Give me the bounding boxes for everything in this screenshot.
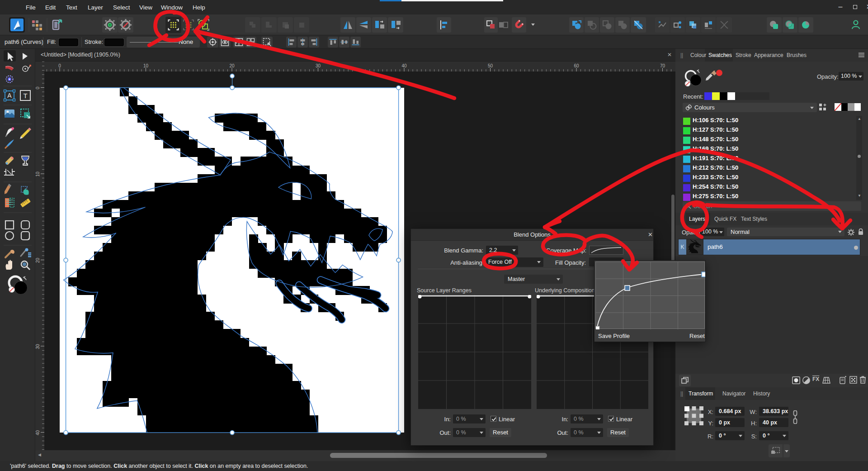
- svg-text:40: 40: [35, 430, 40, 436]
- svg-text:A: A: [7, 92, 12, 99]
- svg-text:10: 10: [35, 171, 40, 177]
- svg-text:T: T: [23, 92, 27, 100]
- svg-text:20: 20: [229, 63, 235, 68]
- svg-text:50: 50: [488, 63, 493, 68]
- svg-text:10: 10: [143, 63, 149, 68]
- svg-text:40: 40: [401, 63, 407, 68]
- svg-text:60: 60: [574, 63, 579, 68]
- svg-text:30: 30: [35, 344, 40, 349]
- svg-text:0: 0: [35, 86, 40, 89]
- svg-text:20: 20: [35, 258, 40, 263]
- svg-text:70: 70: [660, 63, 665, 68]
- svg-text:30: 30: [316, 63, 321, 68]
- svg-text:0: 0: [58, 63, 61, 68]
